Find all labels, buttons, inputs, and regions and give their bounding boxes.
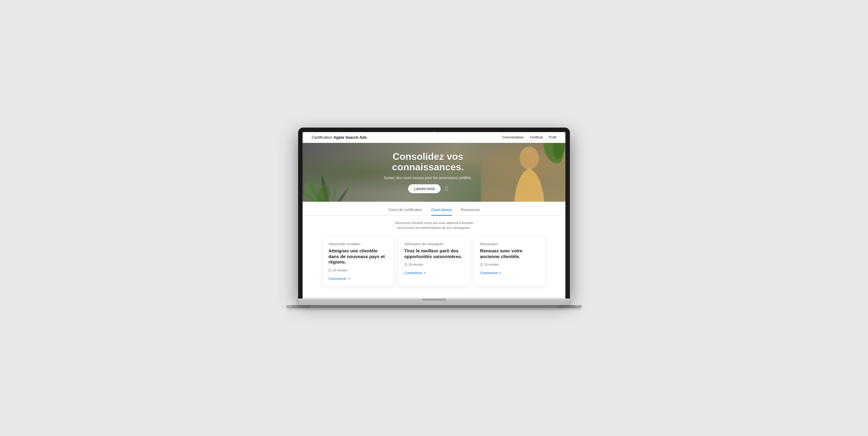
- svg-point-6: [316, 184, 332, 202]
- course-category-1: Opportunités mondiales: [329, 242, 388, 246]
- laptop-foot-left: [292, 305, 310, 308]
- brand-regular: Certification: [312, 135, 333, 140]
- laptop-wrapper: Certification Apple Search Ads Commentai…: [299, 128, 569, 308]
- clock-icon-2: [404, 263, 407, 266]
- duration-text-3: 10 minutes: [484, 263, 499, 266]
- tab-ressources[interactable]: Ressources: [461, 208, 480, 215]
- hero-title-line2: connaissances.: [392, 162, 464, 172]
- course-category-2: Optimisation des campagnes: [404, 242, 464, 246]
- brand-bold: Apple Search Ads: [333, 135, 367, 140]
- nav-certificat[interactable]: Certificat: [530, 135, 543, 139]
- site-nav-brand: Certification Apple Search Ads: [312, 135, 367, 140]
- laptop-feet: [286, 305, 582, 308]
- courses-grid: Opportunités mondiales Atteignez une cli…: [304, 236, 564, 298]
- laptop-foot-right: [558, 305, 576, 308]
- duration-text-1: 10 minutes: [333, 269, 347, 272]
- clock-icon-3: [480, 263, 483, 266]
- site-nav: Certification Apple Search Ads Commentai…: [303, 132, 565, 143]
- hero-title-line1: Consolidez vos: [393, 151, 464, 162]
- hero-subtitle: Suivez des cours conçus pour les annonce…: [384, 176, 472, 180]
- hero-cta-button[interactable]: Lancez-vous: [408, 184, 441, 193]
- hero-section: Consolidez vos connaissances. Suivez des…: [303, 143, 565, 202]
- hero-title: Consolidez vos connaissances.: [384, 151, 472, 172]
- course-card-2: Optimisation des campagnes Tirez le meil…: [398, 236, 470, 286]
- course-card-3: Réacquisition Renouez avec votre ancienn…: [474, 236, 546, 286]
- course-link-1[interactable]: Commencer: [329, 277, 388, 281]
- course-link-2[interactable]: Commencer: [404, 271, 464, 275]
- site-nav-links: Commentaires Certificat Profil: [502, 135, 556, 139]
- tab-bonus[interactable]: Cours bonus: [431, 208, 452, 215]
- nav-commentaires[interactable]: Commentaires: [502, 135, 524, 139]
- hero-content: Consolidez vos connaissances. Suivez des…: [384, 151, 472, 193]
- course-category-3: Réacquisition: [480, 242, 539, 246]
- tab-certification[interactable]: Cours de certification: [388, 208, 422, 215]
- hero-person-area: [481, 143, 565, 202]
- svg-point-8: [520, 147, 539, 170]
- course-card-1: Opportunités mondiales Atteignez une cli…: [322, 236, 394, 286]
- duration-text-2: 10 minutes: [408, 263, 423, 266]
- course-title-1: Atteignez une clientèle dans de nouveaux…: [329, 248, 388, 265]
- hero-plants: [303, 153, 351, 202]
- apple-logo-icon: : [445, 185, 447, 192]
- laptop-screen-outer: Certification Apple Search Ads Commentai…: [299, 128, 569, 298]
- svg-point-4: [328, 187, 349, 202]
- course-link-3[interactable]: Commencer: [480, 271, 539, 275]
- course-title-3: Renouez avec votre ancienne clientèle.: [480, 248, 539, 260]
- section-description: Découvrez d'autres cours qui vous aidero…: [359, 215, 509, 236]
- course-title-2: Tirez le meilleur parti des opportunités…: [404, 248, 464, 260]
- clock-icon-1: [329, 269, 332, 272]
- hero-cta-row: Lancez-vous : [384, 184, 472, 193]
- course-duration-3: 10 minutes: [480, 263, 539, 266]
- laptop-base: [299, 298, 569, 305]
- tabs-section: Cours de certification Cours bonus Resso…: [303, 202, 565, 298]
- course-duration-2: 10 minutes: [404, 263, 464, 266]
- nav-profil[interactable]: Profil: [549, 135, 556, 139]
- laptop-screen-inner: Certification Apple Search Ads Commentai…: [303, 132, 565, 298]
- course-duration-1: 10 minutes: [329, 269, 388, 272]
- tabs-nav: Cours de certification Cours bonus Resso…: [303, 208, 565, 215]
